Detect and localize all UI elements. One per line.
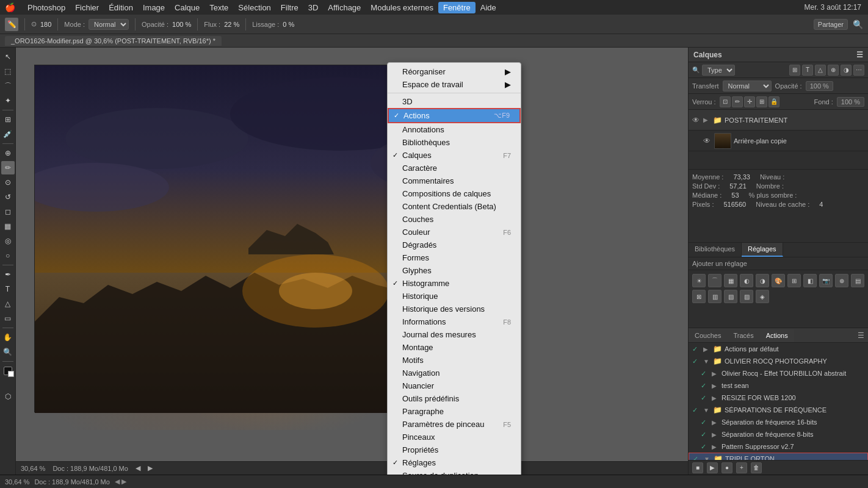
transfert-mode-select[interactable]: Normal — [723, 81, 772, 92]
dd-item-commentaires[interactable]: Commentaires — [388, 174, 521, 187]
dd-item-calques[interactable]: ✓ Calques F7 — [388, 149, 521, 162]
dd-item-proprietes[interactable]: Propriétés — [388, 443, 521, 456]
expand-icon[interactable]: ▼ — [703, 358, 711, 365]
adj-posterize-icon[interactable]: ▥ — [708, 290, 722, 303]
dd-item-formes[interactable]: Formes — [388, 251, 521, 264]
selection-rect-tool[interactable]: ⬚ — [1, 65, 15, 78]
menu-selection[interactable]: Sélection — [233, 2, 275, 13]
lock-transparent-icon[interactable]: ⊡ — [720, 96, 731, 107]
dd-item-couches[interactable]: Couches — [388, 213, 521, 226]
dd-item-reorganiser[interactable]: Réorganiser ▶ — [388, 65, 521, 78]
dd-item-couleur[interactable]: Couleur F6 — [388, 226, 521, 239]
menu-fichier[interactable]: Fichier — [70, 2, 104, 13]
dd-item-navigation[interactable]: Navigation — [388, 367, 521, 379]
adj-gradient-map-icon[interactable]: ▨ — [740, 290, 753, 303]
apple-logo[interactable]: 🍎 — [5, 2, 15, 12]
action-resize-web[interactable]: ✓ ▶ RESIZE FOR WEB 1200 — [689, 392, 868, 404]
dodge-tool[interactable]: ○ — [1, 249, 15, 262]
action-test-sean[interactable]: ✓ ▶ test sean — [689, 379, 868, 392]
dd-item-pinceaux[interactable]: Pinceaux — [388, 431, 521, 443]
expand-icon[interactable]: ▶ — [712, 431, 719, 438]
tab-couches[interactable]: Couches — [689, 329, 727, 342]
dd-item-paragraphe[interactable]: Paragraphe — [388, 405, 521, 418]
action-sep-16bits[interactable]: ✓ ▶ Séparation de fréquence 16-bits — [689, 416, 868, 428]
menu-filtre[interactable]: Filtre — [276, 2, 303, 13]
dd-item-caractere[interactable]: Caractère — [388, 162, 521, 174]
menu-texte[interactable]: Texte — [204, 2, 233, 13]
brush-tool-icon[interactable]: ✏️ — [5, 18, 18, 31]
expand-icon[interactable]: ▶ — [712, 443, 719, 450]
expand-icon[interactable]: ▶ — [712, 370, 719, 377]
gradient-tool[interactable]: ▦ — [1, 220, 15, 233]
expand-icon[interactable]: ▶ — [712, 395, 719, 401]
layer-filter-text-icon[interactable]: T — [802, 65, 813, 76]
menu-edition[interactable]: Édition — [104, 2, 138, 13]
expand-icon[interactable]: ▶ — [712, 382, 719, 389]
menu-modules[interactable]: Modules externes — [366, 2, 438, 13]
adj-channel-mixer-icon[interactable]: ⊕ — [835, 274, 848, 287]
adj-brightness-icon[interactable]: ☀ — [692, 274, 706, 287]
actions-options-icon[interactable]: ☰ — [858, 331, 864, 340]
text-tool[interactable]: T — [1, 282, 15, 296]
dd-item-nuancier[interactable]: Nuancier — [388, 379, 521, 392]
menu-3d[interactable]: 3D — [303, 2, 324, 13]
adj-color-lookup-icon[interactable]: ▤ — [851, 274, 864, 287]
quick-mask-toggle[interactable]: ⬡ — [1, 390, 15, 403]
adj-bw-icon[interactable]: ◧ — [803, 274, 817, 287]
eraser-tool[interactable]: ◻ — [1, 205, 15, 218]
dd-item-motifs[interactable]: Motifs — [388, 354, 521, 367]
dd-item-journal[interactable]: Journal des mesures — [388, 328, 521, 341]
dd-item-actions[interactable]: ✓ Actions ⌥F9 — [388, 108, 521, 123]
menu-photoshop[interactable]: Photoshop — [23, 2, 70, 13]
menu-calque[interactable]: Calque — [170, 2, 204, 13]
shape-tool[interactable]: ▭ — [1, 312, 15, 325]
file-tab-item[interactable]: _ORO1626-Modifier.psd @ 30,6% (POST-TRAI… — [5, 36, 222, 46]
expand-icon[interactable]: ▶ — [712, 419, 719, 426]
adj-threshold-icon[interactable]: ▧ — [724, 290, 737, 303]
history-brush-tool[interactable]: ↺ — [1, 190, 15, 204]
adj-photo-icon[interactable]: 📷 — [819, 274, 833, 287]
action-sep-freq[interactable]: ✓ ▼ 📁 SÉPARATIONS DE FRÉQUENCE — [689, 404, 868, 416]
adj-hue-icon[interactable]: 🎨 — [772, 274, 785, 287]
folder-expand-icon[interactable]: ▶ — [703, 117, 711, 123]
expand-icon[interactable]: ▼ — [703, 407, 711, 414]
heal-tool[interactable]: ⊕ — [1, 146, 15, 160]
menu-image[interactable]: Image — [138, 2, 170, 13]
dd-item-glyphes[interactable]: Glyphes — [388, 264, 521, 277]
canvas-area[interactable]: 30,64 % Doc : 188,9 Mo/481,0 Mo ◀ ▶ Réor… — [16, 48, 688, 475]
hand-tool[interactable]: ✋ — [1, 331, 15, 344]
path-tool[interactable]: △ — [1, 297, 15, 310]
foreground-color[interactable] — [4, 367, 12, 375]
delete-action-icon[interactable]: 🗑 — [751, 462, 762, 473]
action-actions-defaut[interactable]: ✓ ▶ 📁 Actions par défaut — [689, 343, 868, 355]
expand-icon[interactable]: ▼ — [704, 456, 711, 461]
layer-filter-shape-icon[interactable]: △ — [815, 65, 826, 76]
dd-item-histogramme[interactable]: ✓ Histogramme — [388, 277, 521, 290]
new-action-icon[interactable]: + — [736, 462, 747, 473]
stop-action-icon[interactable]: ■ — [692, 462, 703, 473]
lock-position-icon[interactable]: ✛ — [744, 96, 755, 107]
menu-aide[interactable]: Aide — [476, 2, 501, 13]
menu-affichage[interactable]: Affichage — [323, 2, 366, 13]
adj-exposure-icon[interactable]: ◐ — [740, 274, 753, 287]
move-tool[interactable]: ↖ — [1, 50, 15, 63]
dd-item-3d[interactable]: 3D — [388, 95, 521, 108]
dd-item-bibliotheques[interactable]: Bibliothèques — [388, 136, 521, 149]
menu-fenetre[interactable]: Fenêtre — [438, 2, 476, 13]
dd-item-source-duplication[interactable]: Source de duplication — [388, 469, 521, 475]
brush-tool[interactable]: ✏ — [1, 161, 15, 174]
record-action-icon[interactable]: ● — [722, 462, 732, 473]
dropdown-fenetre-menu[interactable]: Réorganiser ▶ Espace de travail ▶ 3D ✓ A… — [387, 62, 521, 475]
layer-arriere-vis-icon[interactable]: 👁 — [703, 137, 712, 145]
dd-item-historique-versions[interactable]: Historique des versions — [388, 303, 521, 315]
layer-filter-more-icon[interactable]: ⋯ — [853, 65, 864, 76]
adj-vibrance-icon[interactable]: ◑ — [756, 274, 769, 287]
share-button[interactable]: Partager — [814, 19, 848, 30]
blur-tool[interactable]: ◎ — [1, 234, 15, 248]
dd-item-montage[interactable]: Montage — [388, 341, 521, 354]
search-icon[interactable]: 🔍 — [853, 20, 863, 29]
adj-selective-color-icon[interactable]: ◈ — [756, 290, 769, 303]
dd-item-compositions[interactable]: Compositions de calques — [388, 187, 521, 200]
mode-select[interactable]: Normal — [89, 19, 129, 30]
nav-arrow-right[interactable]: ▶ — [148, 464, 153, 472]
